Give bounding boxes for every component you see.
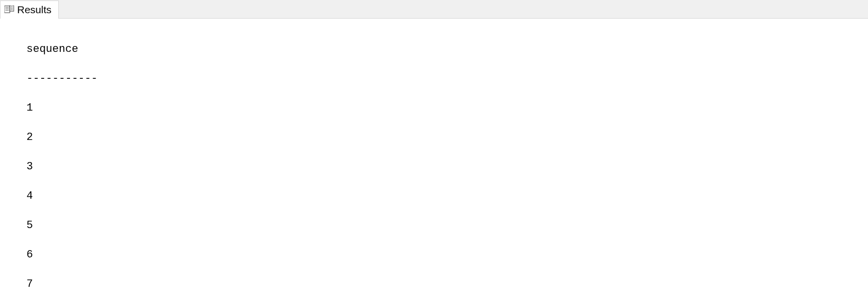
tab-label: Results <box>17 4 51 16</box>
results-row: 1 <box>26 101 868 116</box>
results-row: 3 <box>26 160 868 174</box>
results-body: sequence ----------- 1 2 3 4 5 6 7 8 9 1… <box>0 19 868 301</box>
results-icon <box>4 5 14 14</box>
results-row: 5 <box>26 218 868 233</box>
tab-results[interactable]: Results <box>0 0 59 19</box>
results-row: 7 <box>26 277 868 292</box>
results-row: 4 <box>26 189 868 204</box>
tab-bar: Results <box>0 0 868 19</box>
results-row: 2 <box>26 130 868 145</box>
results-column-header: sequence <box>26 42 868 57</box>
results-row: 6 <box>26 248 868 262</box>
svg-rect-0 <box>4 6 10 13</box>
results-separator: ----------- <box>26 71 868 86</box>
